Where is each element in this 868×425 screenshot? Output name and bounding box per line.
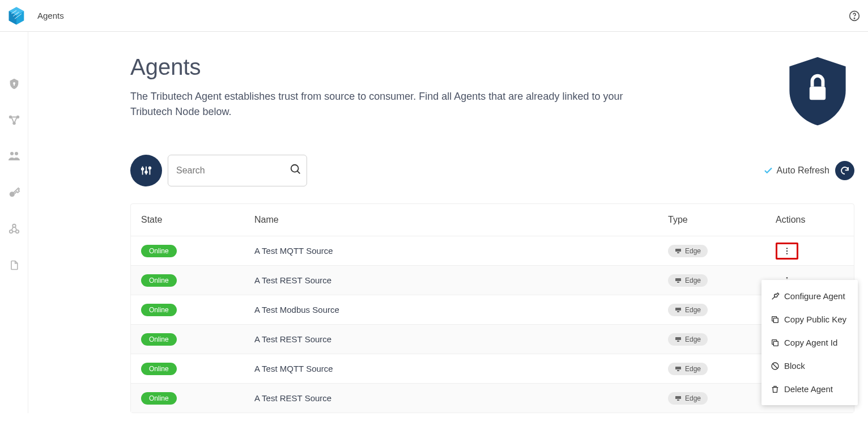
- cell-name: A Test Modbus Source: [254, 305, 668, 314]
- type-badge: Edge: [668, 245, 708, 257]
- main-content: Agents The Tributech Agent establishes t…: [28, 32, 868, 413]
- cell-name: A Test REST Source: [254, 275, 668, 285]
- svg-rect-33: [675, 278, 681, 281]
- search-box: [168, 155, 307, 186]
- cell-state: Online: [141, 392, 254, 405]
- cell-type: Edge: [668, 333, 776, 346]
- cell-name: A Test REST Source: [254, 334, 668, 344]
- col-header-actions: Actions: [776, 215, 844, 225]
- col-header-name[interactable]: Name: [254, 215, 668, 225]
- sidebar-item-agents[interactable]: [7, 77, 21, 91]
- type-badge: Edge: [668, 274, 708, 287]
- svg-line-27: [297, 171, 300, 174]
- svg-point-14: [15, 152, 18, 155]
- menu-item-delete[interactable]: Delete Agent: [761, 377, 858, 401]
- page-description: The Tributech Agent establishes trust fr…: [130, 89, 629, 120]
- auto-refresh-toggle[interactable]: Auto Refresh: [763, 165, 829, 176]
- topbar-left: Agents: [7, 6, 64, 26]
- edge-icon: [675, 396, 682, 401]
- cell-name: A Test MQTT Source: [254, 364, 668, 373]
- cell-state: Online: [141, 245, 254, 257]
- table-row[interactable]: OnlineA Test REST SourceEdge: [131, 383, 854, 413]
- refresh-button[interactable]: [835, 161, 854, 180]
- svg-rect-53: [675, 396, 681, 399]
- edge-icon: [675, 337, 682, 342]
- type-badge: Edge: [668, 304, 708, 316]
- svg-point-31: [786, 250, 788, 251]
- cell-state: Online: [141, 333, 254, 346]
- row-actions-button[interactable]: [776, 243, 798, 260]
- svg-rect-43: [675, 337, 681, 340]
- svg-point-23: [145, 171, 147, 173]
- menu-item-label: Delete Agent: [784, 384, 833, 394]
- svg-point-32: [786, 253, 788, 254]
- col-header-type[interactable]: Type: [668, 215, 776, 225]
- breadcrumb: Agents: [37, 11, 64, 20]
- svg-point-21: [142, 168, 144, 170]
- table-row[interactable]: OnlineA Test Modbus SourceEdge: [131, 295, 854, 324]
- edge-icon: [675, 278, 682, 283]
- app-logo[interactable]: [7, 6, 26, 26]
- filter-button[interactable]: [130, 155, 162, 186]
- svg-rect-29: [677, 252, 679, 253]
- search-icon[interactable]: [290, 163, 302, 178]
- controls-bar: Auto Refresh: [130, 155, 868, 186]
- menu-item-label: Configure Agent: [784, 291, 845, 301]
- type-badge: Edge: [668, 392, 708, 405]
- menu-item-copy-key[interactable]: Copy Public Key: [761, 308, 858, 331]
- topbar: Agents: [0, 0, 868, 32]
- cell-state: Online: [141, 363, 254, 375]
- sidebar-item-webhooks[interactable]: [7, 222, 21, 236]
- svg-rect-48: [675, 367, 681, 369]
- menu-item-block[interactable]: Block: [761, 354, 858, 377]
- menu-item-copy-id[interactable]: Copy Agent Id: [761, 331, 858, 354]
- svg-rect-58: [773, 318, 778, 322]
- sidebar-item-keys[interactable]: [7, 186, 21, 199]
- sidebar-item-users[interactable]: [7, 150, 21, 163]
- menu-item-configure[interactable]: Configure Agent: [761, 284, 858, 308]
- col-header-state[interactable]: State: [141, 215, 254, 225]
- block-icon: [771, 362, 780, 371]
- cell-state: Online: [141, 274, 254, 287]
- check-icon: [763, 165, 773, 176]
- svg-rect-38: [675, 308, 681, 311]
- sidebar: [0, 32, 28, 413]
- cell-type: Edge: [668, 304, 776, 316]
- cell-type: Edge: [668, 274, 776, 287]
- shield-badge-icon: [781, 54, 854, 130]
- table-row[interactable]: OnlineA Test MQTT SourceEdge: [131, 236, 854, 265]
- table-row[interactable]: OnlineA Test REST SourceEdge: [131, 265, 854, 295]
- type-badge: Edge: [668, 333, 708, 346]
- copy-icon: [771, 315, 780, 324]
- status-badge: Online: [141, 333, 177, 346]
- cell-type: Edge: [668, 363, 776, 375]
- cell-name: A Test REST Source: [254, 393, 668, 403]
- cell-state: Online: [141, 304, 254, 316]
- more-vert-icon: [782, 246, 792, 256]
- svg-rect-34: [677, 282, 679, 283]
- svg-rect-39: [677, 311, 679, 312]
- sidebar-item-network[interactable]: [7, 113, 21, 127]
- table-row[interactable]: OnlineA Test REST SourceEdge: [131, 324, 854, 354]
- table-header: State Name Type Actions: [131, 204, 854, 236]
- table-row[interactable]: OnlineA Test MQTT SourceEdge: [131, 354, 854, 383]
- status-badge: Online: [141, 304, 177, 316]
- svg-rect-28: [675, 249, 681, 252]
- menu-item-label: Block: [784, 361, 805, 371]
- cell-name: A Test MQTT Source: [254, 246, 668, 256]
- svg-point-7: [854, 18, 854, 18]
- edge-icon: [675, 366, 682, 372]
- svg-line-61: [773, 364, 777, 368]
- svg-rect-9: [13, 84, 14, 86]
- cell-type: Edge: [668, 392, 776, 405]
- search-input[interactable]: [176, 165, 290, 176]
- sidebar-item-documents[interactable]: [7, 258, 21, 272]
- svg-rect-59: [773, 341, 778, 346]
- edge-icon: [675, 307, 682, 313]
- svg-rect-19: [810, 87, 826, 100]
- svg-point-26: [291, 165, 299, 172]
- help-button[interactable]: [848, 9, 861, 23]
- cell-actions: [776, 243, 844, 260]
- menu-item-label: Copy Agent Id: [784, 338, 837, 347]
- actions-menu: Configure Agent Copy Public Key Copy Age…: [761, 280, 858, 405]
